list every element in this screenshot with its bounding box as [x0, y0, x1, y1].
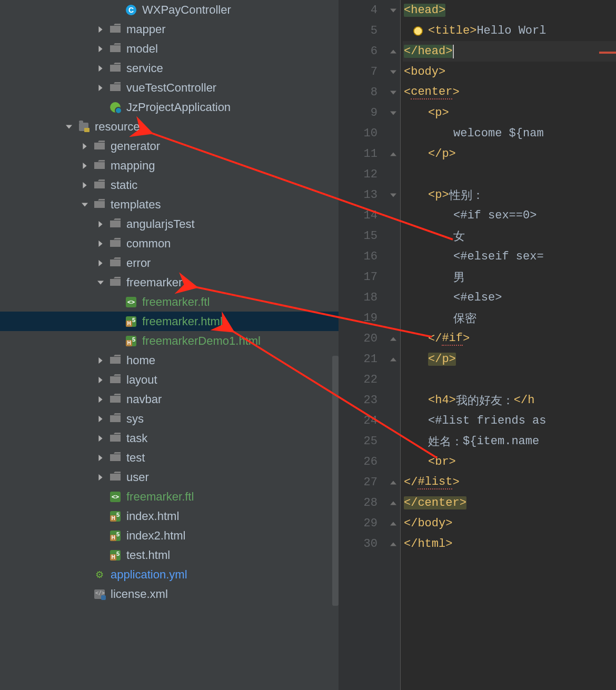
tree-row[interactable]: JzProjectApplication	[0, 97, 339, 117]
tree-row[interactable]: test	[0, 448, 339, 467]
code-line[interactable]: welcome ${nam	[403, 123, 616, 144]
tree-row[interactable]: error	[0, 253, 339, 273]
tree-row[interactable]: sys	[0, 409, 339, 428]
line-number: 16	[339, 246, 387, 267]
fold-open-icon[interactable]	[389, 191, 398, 199]
chevron-right-icon[interactable]	[95, 63, 106, 74]
tree-row[interactable]: layout	[0, 370, 339, 389]
chevron-right-icon[interactable]	[79, 141, 91, 152]
tree-row[interactable]: model	[0, 39, 339, 58]
fold-close-icon[interactable]	[389, 499, 398, 507]
tree-row[interactable]: generator	[0, 136, 339, 156]
tree-row[interactable]: license.xml	[0, 584, 339, 604]
chevron-right-icon[interactable]	[95, 238, 106, 249]
tree-row[interactable]: common	[0, 234, 339, 253]
tree-row[interactable]: ⚙application.yml	[0, 565, 339, 584]
code-line[interactable]: <title>Hello Worl	[403, 21, 616, 41]
fold-open-icon[interactable]	[389, 109, 398, 117]
fold-close-icon[interactable]	[389, 150, 398, 158]
code-line[interactable]: <br>	[403, 452, 616, 472]
code-line[interactable]: <p>	[403, 103, 616, 123]
code-line-current[interactable]: </head>	[403, 41, 616, 62]
fold-open-icon[interactable]	[389, 68, 398, 76]
tree-row[interactable]: CWXPayController	[0, 0, 339, 19]
code-line[interactable]: <p>性别：	[403, 185, 616, 205]
tree-row[interactable]: index2.html	[0, 526, 339, 545]
chevron-right-icon[interactable]	[95, 43, 106, 55]
tree-row[interactable]: freemarkerDemo1.html	[0, 331, 339, 351]
fold-close-icon[interactable]	[389, 478, 398, 487]
tree-row[interactable]: user	[0, 467, 339, 487]
chevron-right-icon[interactable]	[95, 257, 106, 269]
project-tree[interactable]: CWXPayControllermappermodelservicevueTes…	[0, 0, 339, 690]
code-line[interactable]: 姓名：${item.name	[403, 431, 616, 452]
code-line[interactable]: <h4>我的好友：</h	[403, 390, 616, 411]
code-line[interactable]: </body>	[403, 513, 616, 534]
code-line[interactable]	[403, 164, 616, 185]
tree-row[interactable]: navbar	[0, 389, 339, 409]
code-line[interactable]: 保密	[403, 308, 616, 328]
bulb-icon[interactable]	[413, 26, 423, 36]
fold-open-icon[interactable]	[389, 6, 398, 15]
tree-row[interactable]: freemarker.ftl	[0, 292, 339, 312]
tree-row[interactable]: mapper	[0, 19, 339, 39]
fold-close-icon[interactable]	[389, 47, 398, 56]
code-line[interactable]: 女	[403, 226, 616, 246]
fold-close-icon[interactable]	[389, 519, 398, 528]
chevron-right-icon[interactable]	[95, 472, 106, 483]
chevron-down-icon[interactable]	[63, 121, 75, 133]
tree-row[interactable]: mapping	[0, 156, 339, 175]
chevron-right-icon[interactable]	[79, 179, 91, 191]
tree-row[interactable]: service	[0, 58, 339, 78]
chevron-right-icon[interactable]	[95, 218, 106, 230]
code-line[interactable]: <head>	[403, 0, 616, 21]
tree-row[interactable]: freemarker.html	[0, 312, 339, 331]
chevron-down-icon[interactable]	[79, 199, 91, 211]
tree-row[interactable]: task	[0, 428, 339, 448]
fold-column[interactable]	[387, 0, 401, 690]
tree-item-label: freemarker	[126, 276, 182, 289]
fold-close-icon[interactable]	[389, 355, 398, 364]
code-line[interactable]: <center>	[403, 82, 616, 103]
code-line[interactable]	[403, 369, 616, 390]
code-line[interactable]: 男	[403, 267, 616, 287]
tree-row[interactable]: vueTestController	[0, 78, 339, 97]
chevron-right-icon[interactable]	[95, 24, 106, 35]
chevron-right-icon[interactable]	[95, 413, 106, 425]
chevron-right-icon[interactable]	[95, 452, 106, 464]
code-line[interactable]: <#list friends as	[403, 411, 616, 431]
code-line[interactable]: </#if>	[403, 328, 616, 349]
fold-close-icon[interactable]	[389, 335, 398, 343]
tree-row[interactable]: freemarker.ftl	[0, 487, 339, 506]
chevron-right-icon[interactable]	[95, 355, 106, 366]
code-editor[interactable]: 4567891011121314151617181920212223242526…	[339, 0, 616, 690]
code-line[interactable]: </#list>	[403, 472, 616, 493]
tree-row[interactable]: templates	[0, 195, 339, 214]
tree-scrollbar-thumb[interactable]	[332, 356, 339, 606]
tree-row[interactable]: angularjsTest	[0, 214, 339, 234]
code-line[interactable]: <body>	[403, 62, 616, 82]
code-line[interactable]: </p>	[403, 144, 616, 164]
fold-close-icon[interactable]	[389, 540, 398, 548]
code-area[interactable]: <head> <title>Hello Worl </head> <body> …	[401, 0, 616, 690]
chevron-right-icon[interactable]	[95, 433, 106, 444]
fold-open-icon[interactable]	[389, 88, 398, 97]
tree-row[interactable]: test.html	[0, 545, 339, 565]
code-line[interactable]: <#else>	[403, 287, 616, 308]
tree-row[interactable]: resources	[0, 117, 339, 136]
error-marker[interactable]	[599, 52, 616, 54]
code-line[interactable]: <#if sex==0>	[403, 205, 616, 226]
chevron-down-icon[interactable]	[95, 277, 106, 288]
chevron-right-icon[interactable]	[79, 160, 91, 172]
code-line[interactable]: </center>	[403, 493, 616, 513]
tree-row[interactable]: home	[0, 351, 339, 370]
code-line[interactable]: <#elseif sex=	[403, 246, 616, 267]
tree-row[interactable]: static	[0, 175, 339, 195]
tree-row[interactable]: freemarker	[0, 273, 339, 292]
code-line[interactable]: </html>	[403, 534, 616, 554]
code-line[interactable]: </p>	[403, 349, 616, 369]
chevron-right-icon[interactable]	[95, 374, 106, 386]
tree-row[interactable]: index.html	[0, 506, 339, 526]
chevron-right-icon[interactable]	[95, 394, 106, 405]
chevron-right-icon[interactable]	[95, 82, 106, 94]
